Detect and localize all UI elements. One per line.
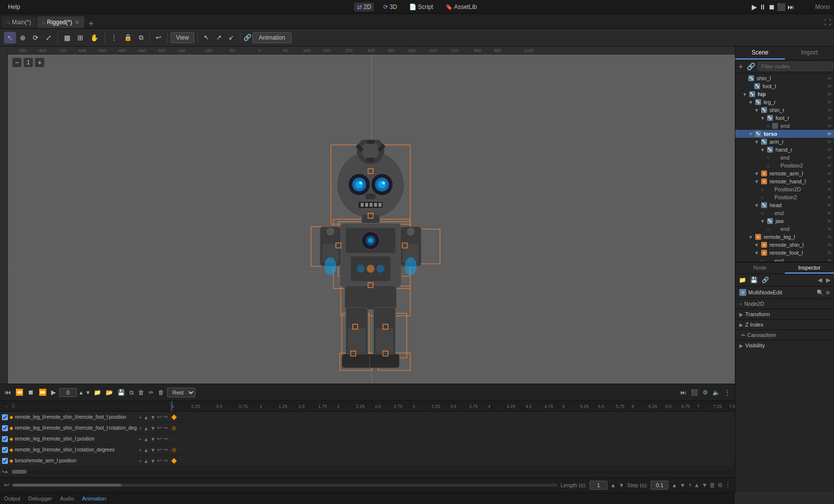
anim-right-btn4[interactable]: 🔈 — [711, 388, 721, 397]
grid-tool[interactable]: ⊞ — [74, 32, 86, 44]
view-btn[interactable]: View — [171, 32, 194, 43]
script-btn[interactable]: 📄 Script — [406, 2, 436, 11]
transform-section[interactable]: ▶ Transform — [735, 309, 834, 320]
insp-link-btn[interactable]: 🔗 — [760, 276, 771, 284]
anim-prev-frame-btn[interactable]: ⏪ — [14, 388, 25, 397]
scene-tab[interactable]: Scene — [735, 47, 785, 59]
node-item-remote-leg-l[interactable]: ▼ R remote_leg_l 👁 — [735, 233, 834, 241]
length-down-btn[interactable]: ▼ — [619, 482, 624, 488]
animation-btn[interactable]: Animation — [252, 32, 292, 43]
visibility-section[interactable]: ▶ Visibility — [735, 340, 834, 350]
footer-btn5[interactable]: ⚙ — [717, 482, 723, 489]
filter-nodes-input[interactable] — [758, 62, 833, 71]
track-4-check[interactable] — [2, 447, 8, 453]
insp-folder-btn[interactable]: 📁 — [737, 276, 748, 284]
length-input[interactable] — [590, 481, 607, 490]
track-5-btn1[interactable]: + — [138, 457, 142, 464]
pause-btn[interactable]: ⏸ — [759, 3, 766, 11]
node-item-foot-l[interactable]: 🦴 foot_l 👁 — [735, 82, 834, 90]
node-item-jaw[interactable]: ▼ 🦴 jaw 👁 — [735, 217, 834, 225]
track-1-btn1[interactable]: + — [138, 414, 142, 420]
insp-save-btn[interactable]: 💾 — [749, 276, 759, 284]
track-3-check[interactable] — [2, 436, 8, 442]
zindex-section[interactable]: ▶ Z Index — [735, 320, 834, 330]
track-5-btn5[interactable]: ↪ — [163, 457, 168, 464]
pan-tool[interactable]: ✋ — [87, 32, 102, 44]
zoom-out-btn[interactable]: − — [12, 57, 22, 67]
footer-btn6[interactable]: ⋮ — [725, 482, 731, 489]
undo-tool[interactable]: ↩ — [153, 32, 164, 43]
node-item-remote-shin-l[interactable]: ▼ R remote_shin_l 👁 — [735, 241, 834, 249]
anim-stop-btn[interactable]: ⏹ — [26, 388, 36, 397]
track-3-btn5[interactable]: ↪ — [163, 436, 168, 442]
help-menu[interactable]: Help — [4, 2, 24, 11]
track-5-btn4[interactable]: ↩ — [157, 457, 162, 464]
track-3-btn4[interactable]: ↩ — [157, 436, 162, 442]
footer-btn2[interactable]: ▲ — [694, 482, 700, 489]
more-tool[interactable]: ⋮ — [108, 32, 120, 43]
track-3-btn1[interactable]: + — [138, 436, 142, 442]
track-5-btn3[interactable]: ▼ — [150, 457, 156, 464]
zoom-in-btn[interactable]: + — [35, 57, 45, 67]
node-item-shin-l[interactable]: 🦴 shin_l 👁 — [735, 74, 834, 82]
node-item-position2-1[interactable]: ⊹ Position2 👁 — [735, 162, 834, 169]
footer-btn1[interactable]: + — [688, 482, 692, 489]
asset-lib-btn[interactable]: 🔖 AssetLib — [442, 2, 480, 11]
tab-rigged[interactable]: ○ Rigged(*) ✕ — [37, 16, 85, 28]
anim-next-frame-btn[interactable]: ⏩ — [37, 388, 48, 397]
snap3-btn[interactable]: ↙ — [226, 32, 237, 43]
anim-frame-input[interactable] — [59, 388, 77, 397]
node-item-shin-r[interactable]: ▼ 🦴 shin_r 👁 — [735, 106, 834, 114]
anim-duplicate-btn[interactable]: ⧉ — [128, 388, 135, 397]
add-track-btn[interactable]: ↪ — [2, 468, 8, 476]
step-input[interactable] — [651, 481, 668, 490]
track-1-btn2[interactable]: ▲ — [143, 414, 149, 420]
footer-btn3[interactable]: ▼ — [702, 482, 708, 489]
multi-node-add-btn[interactable]: ⊕ — [826, 289, 830, 296]
track-2-btn4[interactable]: ↩ — [157, 425, 162, 431]
step-btn[interactable]: ⏭ — [787, 3, 794, 11]
node-item-remote-hand-l[interactable]: ▼ R remote_hand_l 👁 — [735, 177, 834, 185]
anim-right-btn5[interactable]: ⋮ — [723, 388, 732, 397]
maximize-viewport-btn[interactable]: ⛶ — [824, 18, 831, 26]
anim-save-btn[interactable]: 💾 — [116, 388, 126, 397]
stop-btn[interactable]: ⏹ — [768, 3, 775, 11]
anim-skip-start-btn[interactable]: ⏮ — [3, 388, 12, 397]
node-item-end-4[interactable]: ⊹ end 👁 — [735, 225, 834, 233]
insp-next-btn[interactable]: ▶ — [825, 276, 832, 284]
track-2-btn2[interactable]: ▲ — [143, 425, 149, 431]
bottom-tab-output[interactable]: Output — [4, 496, 20, 502]
bottom-tab-audio[interactable]: Audio — [60, 496, 74, 502]
length-up-btn[interactable]: ▲ — [610, 482, 616, 488]
snap2-btn[interactable]: ↗ — [213, 32, 225, 43]
track-4-btn4[interactable]: ↩ — [157, 447, 162, 453]
node-item-head[interactable]: ▼ 🦴 head 👁 — [735, 201, 834, 209]
track-4-btn3[interactable]: ▼ — [150, 447, 156, 453]
node-item-end-2[interactable]: ⊹ end 👁 — [735, 154, 834, 162]
track-5-check[interactable] — [2, 458, 8, 464]
canvasitem-section[interactable]: ✏ CanvasItem — [735, 330, 834, 340]
node-item-remote-arm-l[interactable]: ▼ R remote_arm_l 👁 — [735, 169, 834, 177]
node-item-foot-r[interactable]: ▼ 🦴 foot_r 👁 — [735, 114, 834, 122]
node-item-torso[interactable]: ▼ 🦴 torso 👁 — [735, 130, 834, 138]
track-4-btn1[interactable]: + — [138, 447, 142, 453]
step-down-btn[interactable]: ▼ — [680, 482, 685, 488]
play-btn[interactable]: ▶ — [752, 3, 757, 11]
node-item-hand-r[interactable]: ▼ 🦴 hand_r 👁 — [735, 146, 834, 154]
bottom-tab-animation[interactable]: Animation — [82, 496, 107, 502]
insp-prev-btn[interactable]: ◀ — [816, 276, 824, 284]
track-1-btn3[interactable]: ▼ — [150, 414, 156, 420]
anim-keyframe-up-btn[interactable]: ▲ — [78, 390, 84, 395]
inspector-tab[interactable]: Inspector — [785, 263, 834, 274]
node-item-remote-foot-l[interactable]: ▼ R remote_foot_l 👁 — [735, 249, 834, 257]
lock-tool[interactable]: 🔒 — [121, 32, 135, 43]
node-item-end-1[interactable]: ⊹ end 👁 — [735, 122, 834, 130]
track-1-btn4[interactable]: ↩ — [157, 414, 162, 420]
node-item-end-5[interactable]: ⊹ end 👁 — [735, 257, 834, 262]
track-4-btn2[interactable]: ▲ — [143, 447, 149, 453]
track-2-check[interactable] — [2, 425, 8, 431]
link-node-btn[interactable]: 🔗 — [745, 61, 757, 71]
anim-right-btn3[interactable]: ⚙ — [701, 388, 710, 397]
movie-mode-btn[interactable]: ⬛ — [777, 3, 785, 11]
bottom-tab-debugger[interactable]: Debugger — [28, 496, 52, 502]
